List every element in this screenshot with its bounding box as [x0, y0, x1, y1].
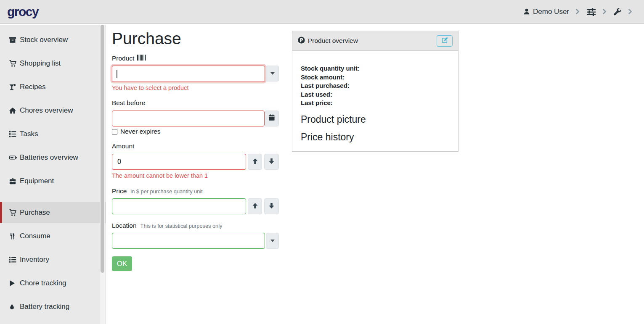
amount-input[interactable]: [112, 154, 246, 170]
sidebar-item-label: Chores overview: [20, 106, 73, 115]
never-expires-row: Never expires: [112, 128, 161, 135]
location-label: Location This is for statistical purpose…: [112, 222, 222, 229]
cart-icon: [9, 60, 20, 67]
sidebar-item-consume[interactable]: Consume: [0, 225, 106, 247]
sidebar-item-purchase[interactable]: Purchase: [0, 202, 106, 223]
user-menu[interactable]: Demo User: [523, 8, 569, 16]
droplet-icon: [9, 303, 20, 311]
product-overview-body: Stock quantity unit: Stock amount: Last …: [292, 51, 458, 143]
amount-increase-button[interactable]: [248, 154, 262, 170]
sidebar-item-label: Purchase: [20, 208, 50, 217]
ok-button[interactable]: OK: [112, 256, 132, 271]
play-icon: [9, 279, 20, 287]
product-dropdown-button[interactable]: [266, 66, 279, 82]
sidebar-item-chore-tracking[interactable]: Chore tracking: [0, 272, 106, 294]
caret-down-icon: [270, 72, 275, 75]
sidebar-item-label: Tasks: [20, 130, 38, 138]
stock-quantity-unit-label: Stock quantity unit:: [301, 64, 450, 73]
arrow-down-icon: [268, 158, 275, 166]
sidebar-item-label: Equipment: [20, 177, 54, 185]
list-icon: [9, 256, 20, 263]
product-circle-icon: [298, 37, 305, 45]
chevron-right-icon: [628, 9, 632, 14]
home-icon: [9, 107, 20, 114]
edit-icon: [442, 37, 448, 45]
cocktail-icon: [9, 83, 20, 91]
grocy-logo[interactable]: grocy: [7, 5, 38, 19]
arrow-up-icon: [252, 203, 258, 211]
price-label: Price in $ per purchase quantity unit: [112, 187, 203, 195]
product-label: Product: [112, 55, 147, 62]
page-title: Purchase: [112, 29, 181, 48]
sidebar-item-label: Recipes: [20, 83, 45, 91]
sidebar-item-battery-tracking[interactable]: Battery tracking: [0, 296, 106, 317]
topbar-menu: Demo User: [523, 8, 644, 16]
sidebar-nav: Stock overview Shopping list Recipes Cho…: [0, 25, 106, 317]
user-label: Demo User: [533, 8, 569, 16]
never-expires-label: Never expires: [120, 128, 161, 135]
arrow-up-icon: [252, 158, 258, 166]
arrow-down-icon: [268, 203, 275, 211]
sidebar-scrollbar-thumb[interactable]: [101, 25, 104, 273]
last-used-label: Last used:: [301, 90, 450, 99]
battery-icon: [9, 154, 20, 161]
price-increase-button[interactable]: [248, 198, 262, 214]
sidebar-item-shopping-list[interactable]: Shopping list: [0, 53, 106, 74]
last-purchased-label: Last purchased:: [301, 82, 450, 90]
sidebar-item-label: Shopping list: [20, 59, 61, 68]
sidebar-item-label: Inventory: [20, 256, 49, 264]
sidebar-item-recipes[interactable]: Recipes: [0, 76, 106, 97]
sidebar-item-label: Batteries overview: [20, 153, 78, 162]
calendar-icon: [268, 114, 275, 123]
edit-product-button[interactable]: [437, 35, 453, 47]
caret-down-icon: [270, 240, 275, 242]
sidebar-item-label: Stock overview: [20, 36, 68, 44]
sidebar: Stock overview Shopping list Recipes Cho…: [0, 25, 106, 324]
price-input[interactable]: [112, 198, 246, 214]
product-picture-heading: Product picture: [301, 114, 450, 125]
stock-amount-label: Stock amount:: [301, 73, 450, 82]
last-price-label: Last price:: [301, 99, 450, 108]
topbar: grocy Demo User: [0, 0, 644, 24]
amount-decrease-button[interactable]: [264, 154, 279, 170]
product-overview-title: Product overview: [308, 37, 358, 45]
toolbox-icon: [9, 177, 20, 185]
sidebar-item-stock-overview[interactable]: Stock overview: [0, 29, 106, 50]
price-hint: in $ per purchase quantity unit: [130, 188, 202, 195]
sidebar-item-inventory[interactable]: Inventory: [0, 249, 106, 270]
location-dropdown-button[interactable]: [266, 233, 279, 249]
product-overview-header: Product overview: [292, 31, 458, 51]
tasks-icon: [9, 130, 20, 138]
sliders-icon[interactable]: [586, 8, 596, 16]
sidebar-item-batteries-overview[interactable]: Batteries overview: [0, 147, 106, 168]
best-before-input[interactable]: [112, 111, 265, 126]
sidebar-item-label: Battery tracking: [20, 303, 69, 311]
sidebar-item-tasks[interactable]: Tasks: [0, 123, 106, 145]
user-icon: [523, 8, 530, 15]
sidebar-item-chores-overview[interactable]: Chores overview: [0, 100, 106, 121]
archive-icon: [9, 36, 20, 44]
price-decrease-button[interactable]: [264, 198, 279, 214]
product-input[interactable]: [112, 66, 265, 82]
chevron-right-icon: [603, 9, 607, 14]
text-cursor: [117, 70, 117, 78]
price-history-heading: Price history: [301, 132, 450, 143]
location-input[interactable]: [112, 233, 265, 249]
sidebar-item-equipment[interactable]: Equipment: [0, 170, 106, 192]
best-before-label: Best before: [112, 99, 145, 107]
cart-icon: [9, 209, 20, 216]
wrench-icon[interactable]: [613, 8, 622, 16]
product-overview-card: Product overview Stock quantity unit: St…: [292, 31, 458, 152]
amount-label: Amount: [112, 142, 134, 150]
sidebar-item-label: Chore tracking: [20, 279, 66, 287]
chevron-right-icon: [576, 9, 580, 14]
product-error-text: You have to select a product: [112, 84, 188, 91]
barcode-icon: [137, 55, 147, 62]
sidebar-item-label: Consume: [20, 232, 50, 240]
amount-error-text: The amount cannot be lower than 1: [112, 172, 208, 179]
never-expires-checkbox[interactable]: [112, 129, 117, 134]
utensils-icon: [9, 232, 20, 240]
location-hint: This is for statistical purposes only: [140, 223, 223, 229]
calendar-button[interactable]: [265, 111, 279, 126]
